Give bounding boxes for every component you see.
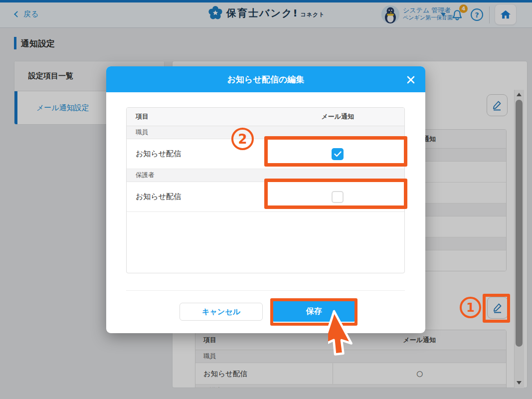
app-window: 戻る 保育士バンク! コネクト システム 管理者 ペンギン第一保育園	[0, 0, 532, 399]
column-mail: メール通知	[271, 112, 404, 121]
row-staff-notice-delivery: お知らせ配信	[127, 139, 404, 169]
edit-notice-delivery-modal: お知らせ配信の編集 項目 メール通知 職員 お知らせ配信	[106, 66, 425, 333]
modal-title: お知らせ配信の編集	[227, 74, 305, 85]
cancel-button[interactable]: キャンセル	[179, 303, 263, 321]
annotation-step-2: 2	[231, 128, 254, 150]
modal-footer-divider	[126, 290, 405, 291]
checkbox-cell	[271, 182, 404, 211]
staff-notice-checkbox-checked[interactable]	[332, 148, 344, 160]
annotation-step-1: 1	[460, 297, 481, 318]
save-button[interactable]: 保存	[273, 301, 355, 322]
check-icon	[334, 151, 342, 157]
modal-header: お知らせ配信の編集	[106, 66, 425, 92]
section-row-guardian: 保護者	[127, 169, 404, 182]
row-label: お知らせ配信	[136, 192, 181, 201]
guardian-notice-checkbox-unchecked[interactable]	[332, 191, 344, 203]
column-item: 項目	[127, 112, 149, 121]
section-row-staff: 職員	[127, 126, 404, 139]
table-header-row: 項目 メール通知	[127, 108, 404, 126]
modal-settings-table: 項目 メール通知 職員 お知らせ配信 保護者 お知らせ配信	[126, 107, 405, 273]
row-guardian-notice-delivery: お知らせ配信	[127, 182, 404, 212]
modal-close-button[interactable]	[404, 73, 417, 86]
checkbox-cell	[271, 139, 404, 169]
row-label: お知らせ配信	[136, 149, 181, 159]
close-icon	[406, 75, 415, 84]
